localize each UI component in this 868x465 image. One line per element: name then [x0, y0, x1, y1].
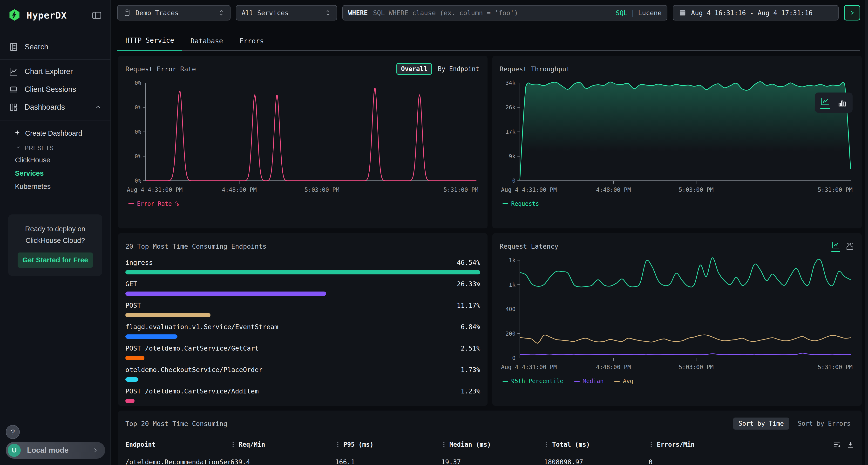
svg-text:5:03:00 PM: 5:03:00 PM — [679, 187, 714, 193]
source-select[interactable]: Demo Traces — [117, 5, 230, 21]
latency-chart[interactable]: 1k1k4002000Aug 4 4:31:00 PM4:48:00 PM5:0… — [500, 255, 855, 375]
run-query-button[interactable] — [844, 5, 860, 21]
hyperdx-app: HyperDX Search Chart Explorer — [0, 0, 868, 465]
table-body: /oteldemo.RecommendationServ639.4166.119… — [125, 458, 855, 465]
database-icon — [123, 9, 131, 17]
tab-http-service[interactable]: HTTP Service — [117, 31, 182, 51]
dashboards-submenu: Create Dashboard PRESETS ClickHouse Serv… — [0, 121, 111, 193]
svg-text:Aug 4 4:31:00 PM: Aug 4 4:31:00 PM — [501, 364, 557, 371]
sidebar-group-main: Chart Explorer Client Sessions Dashboard… — [0, 60, 111, 121]
get-started-button[interactable]: Get Started for Free — [18, 253, 93, 268]
svg-text:4:48:00 PM: 4:48:00 PM — [596, 187, 631, 193]
preset-services[interactable]: Services — [0, 167, 111, 180]
svg-text:Aug 4 4:31:00 PM: Aug 4 4:31:00 PM — [501, 187, 557, 193]
tab-database[interactable]: Database — [182, 31, 231, 51]
by-endpoint-toggle-button[interactable]: By Endpoint — [437, 64, 480, 74]
tab-errors[interactable]: Errors — [231, 31, 272, 51]
svg-text:0%: 0% — [134, 153, 141, 160]
download-icon[interactable] — [846, 440, 855, 449]
svg-text:5:31:00 PM: 5:31:00 PM — [818, 187, 853, 193]
panel-title: Request Error Rate — [125, 65, 196, 73]
time-range-picker[interactable]: Aug 4 16:31:16 - Aug 4 17:31:16 — [673, 5, 839, 21]
svg-text:0%: 0% — [134, 104, 141, 110]
preset-clickhouse[interactable]: ClickHouse — [0, 154, 111, 167]
sidebar-item-chart-explorer[interactable]: Chart Explorer — [0, 63, 111, 80]
endpoint-value: 2.51% — [461, 344, 480, 352]
endpoint-row[interactable]: POST11.17% — [125, 302, 480, 317]
column-header[interactable]: Req/Min — [230, 441, 335, 448]
svg-text:0%: 0% — [134, 80, 141, 86]
table-cell: 0 — [649, 458, 855, 465]
sort-by-time-button[interactable]: Sort by Time — [733, 418, 789, 430]
time-range-value: Aug 4 16:31:16 - Aug 4 17:31:16 — [691, 9, 812, 16]
svg-text:4:48:00 PM: 4:48:00 PM — [222, 187, 257, 193]
legend-dash-icon — [502, 381, 508, 381]
request-error-rate-panel: Request Error Rate Overall By Endpoint 0… — [118, 56, 488, 228]
table-header-row: EndpointReq/MinP95 (ms)Median (ms)Total … — [125, 440, 855, 449]
search-input[interactable] — [373, 9, 612, 17]
dashboard-tabs: HTTP Service Database Errors — [117, 31, 860, 51]
sql-mode-toggle[interactable]: SQL — [616, 9, 627, 16]
table-row[interactable]: /oteldemo.RecommendationServ639.4166.119… — [125, 458, 855, 465]
lucene-mode-toggle[interactable]: Lucene — [638, 9, 661, 16]
overall-toggle-button[interactable]: Overall — [396, 63, 432, 75]
preset-kubernetes[interactable]: Kubernetes — [0, 180, 111, 193]
legend-dash-icon — [502, 203, 508, 204]
dashboards-icon — [9, 102, 18, 112]
endpoint-row[interactable]: POST /oteldemo.CartService/GetCart2.51% — [125, 344, 480, 360]
endpoint-row[interactable]: oteldemo.CheckoutService/PlaceOrder1.73% — [125, 366, 480, 381]
svg-text:26k: 26k — [505, 104, 516, 110]
endpoint-bar — [125, 399, 134, 403]
rows-options-icon[interactable] — [833, 440, 841, 449]
cloud-card-line1: Ready to deploy on — [12, 223, 98, 235]
endpoint-row[interactable]: POST /oteldemo.CartService/AddItem1.23% — [125, 388, 480, 403]
endpoints-list: ingress46.54%GET26.33%POST11.17%flagd.ev… — [125, 259, 480, 403]
clickhouse-cloud-card: Ready to deploy on ClickHouse Cloud? Get… — [8, 214, 102, 276]
legend-dash-icon — [574, 381, 580, 381]
sort-by-errors-button[interactable]: Sort by Errors — [794, 418, 855, 430]
presets-toggle[interactable]: PRESETS — [0, 140, 111, 154]
table-cell: 19.37 — [441, 458, 544, 465]
column-header-label: Median (ms) — [450, 441, 491, 448]
table-cell: 1808098.97 — [544, 458, 649, 465]
chevron-up-icon — [94, 104, 102, 111]
column-header[interactable]: P95 (ms) — [335, 441, 441, 448]
endpoint-label: flagd.evaluation.v1.Service/EventStream — [125, 323, 278, 331]
bar-chart-type-button[interactable] — [837, 98, 847, 108]
svg-text:1k: 1k — [509, 257, 516, 263]
legend-median: Median — [574, 378, 604, 385]
svg-text:200: 200 — [505, 331, 516, 337]
endpoint-row[interactable]: flagd.evaluation.v1.Service/EventStream6… — [125, 323, 480, 339]
svg-text:1k: 1k — [509, 281, 516, 288]
line-chart-type-button[interactable] — [831, 240, 840, 252]
panel-title: Request Throughput — [500, 65, 570, 73]
user-menu[interactable]: U Local mode — [6, 442, 105, 459]
svg-text:17k: 17k — [505, 129, 516, 135]
sidebar-item-search[interactable]: Search — [0, 38, 111, 56]
column-header[interactable]: Median (ms) — [441, 441, 544, 448]
endpoint-row[interactable]: GET26.33% — [125, 280, 480, 296]
request-throughput-panel: Request Throughput 34k26k17k9k0Aug 4 4:3… — [492, 56, 862, 228]
column-header[interactable]: Errors/Min — [649, 440, 855, 449]
sort-icon — [335, 441, 340, 447]
collapse-sidebar-button[interactable] — [91, 10, 102, 21]
line-chart-type-button[interactable] — [820, 96, 830, 109]
endpoint-label: ingress — [125, 259, 153, 266]
column-header[interactable]: Total (ms) — [544, 441, 649, 448]
endpoint-row[interactable]: ingress46.54% — [125, 259, 480, 274]
svg-text:34k: 34k — [505, 80, 516, 86]
histogram-chart-type-button[interactable] — [845, 242, 855, 251]
endpoint-bar — [125, 377, 138, 381]
plus-icon — [14, 129, 21, 138]
chevron-down-icon — [16, 144, 21, 152]
help-button[interactable]: ? — [6, 425, 20, 439]
search-bar[interactable]: WHERE SQL | Lucene — [342, 5, 668, 21]
svg-text:5:03:00 PM: 5:03:00 PM — [679, 364, 714, 371]
create-dashboard-button[interactable]: Create Dashboard — [0, 126, 111, 140]
scrollbar[interactable] — [865, 0, 868, 465]
throughput-chart[interactable]: 34k26k17k9k0Aug 4 4:31:00 PM4:48:00 PM5:… — [500, 77, 855, 198]
sidebar-item-client-sessions[interactable]: Client Sessions — [0, 80, 111, 98]
error-rate-chart[interactable]: 0%0%0%0%0%Aug 4 4:31:00 PM4:48:00 PM5:03… — [125, 77, 480, 198]
service-select[interactable]: All Services — [236, 5, 337, 21]
sidebar-item-dashboards[interactable]: Dashboards — [0, 98, 111, 116]
